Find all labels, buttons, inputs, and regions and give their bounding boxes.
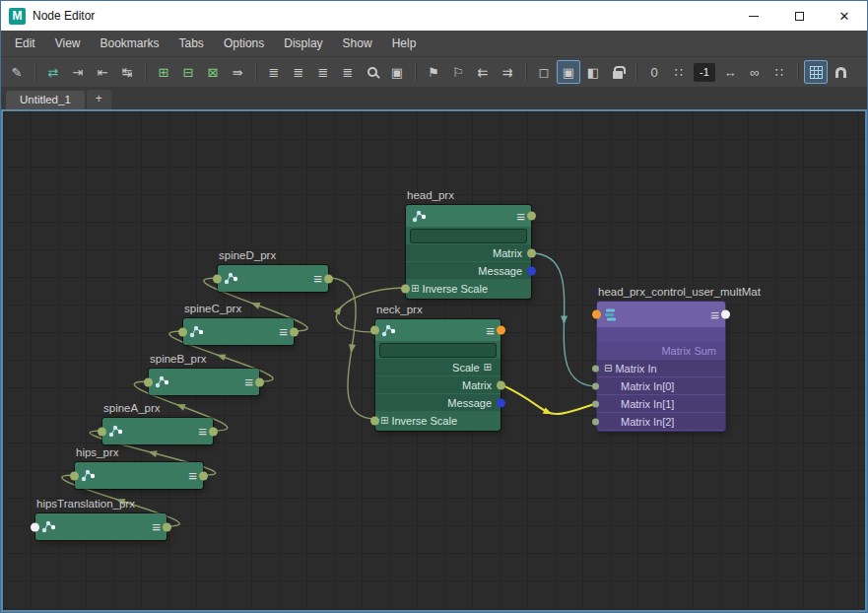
node-header[interactable]: ≡	[597, 302, 725, 327]
node-header[interactable]: ≡	[183, 318, 294, 345]
attr-row-matrix-in-1-[interactable]: Matrix In[1]	[597, 395, 725, 412]
tab-untitled-1[interactable]: Untitled_1	[6, 91, 85, 109]
node-menu-icon[interactable]: ≡	[516, 209, 525, 224]
close-button[interactable]: ✕	[822, 1, 867, 31]
collapse-icon[interactable]: ⊟	[604, 364, 612, 374]
layout-horizontal-button[interactable]: ≣	[262, 60, 286, 84]
select-downstream-button[interactable]: ⇉	[496, 60, 519, 84]
attr-row-matrix[interactable]: Matrix	[406, 244, 531, 261]
wire-neck-matrix-to-multMat-in1[interactable]	[501, 384, 597, 414]
grid-toggle-button[interactable]	[804, 60, 828, 84]
expand-stream-button[interactable]: ↔	[718, 60, 742, 84]
sync-graph-button[interactable]: ⇄	[41, 60, 65, 84]
node-menu-icon[interactable]: ≡	[279, 324, 288, 339]
attr-row-matrix-in-2-[interactable]: Matrix In[2]	[597, 413, 725, 430]
menu-bookmarks[interactable]: Bookmarks	[90, 33, 168, 54]
node-header[interactable]: ≡	[149, 369, 259, 395]
node-menu-icon[interactable]: ≡	[198, 424, 207, 439]
port-blue-right[interactable]	[527, 266, 536, 275]
attr-row-message[interactable]: Message	[375, 394, 501, 411]
port-blue-right[interactable]	[497, 398, 505, 407]
node-header[interactable]: ≡	[75, 462, 203, 489]
align-right-button[interactable]: ≣	[336, 60, 360, 84]
graph-selected-button[interactable]: ⇛	[226, 60, 249, 84]
port-white-right[interactable]	[721, 310, 730, 319]
port-green-right[interactable]	[324, 274, 333, 283]
port-green-left[interactable]	[98, 427, 106, 436]
node-header[interactable]: ≡	[406, 205, 531, 227]
pin-selected-button[interactable]: ⚑	[422, 60, 445, 84]
node-head_prx_control_user_multMat[interactable]: head_prx_control_user_multMat≡Matrix Sum…	[597, 302, 725, 431]
port-green-right[interactable]	[255, 377, 264, 386]
port-gray-left[interactable]	[592, 400, 599, 407]
node-neck_prx[interactable]: neck_prx≡Scale⊞MatrixMessage⊞Inverse Sca…	[375, 319, 501, 431]
port-green-right[interactable]	[527, 212, 536, 221]
attr-row-message[interactable]: Message	[406, 262, 531, 279]
port-white-left[interactable]	[31, 522, 39, 531]
node-name-field[interactable]	[410, 229, 527, 243]
menu-show[interactable]: Show	[333, 33, 382, 54]
port-gray-left[interactable]	[592, 418, 599, 425]
output-connections-button[interactable]: ⇤	[91, 60, 114, 84]
add-selected-to-graph-button[interactable]: ⊞	[152, 60, 175, 84]
node-menu-icon[interactable]: ≡	[486, 323, 495, 338]
node-header[interactable]: ≡	[35, 513, 167, 540]
attr-row-matrix-in[interactable]: ⊟Matrix In	[597, 360, 725, 376]
new-tab-button[interactable]: +	[87, 90, 111, 109]
attr-row-matrix[interactable]: Matrix	[375, 376, 501, 393]
port-green-left[interactable]	[178, 327, 187, 336]
menu-options[interactable]: Options	[214, 33, 274, 54]
node-name-field[interactable]	[379, 343, 497, 358]
port-style-button[interactable]: ∷	[667, 60, 691, 84]
attr-row-inverse-scale[interactable]: ⊞Inverse Scale	[375, 411, 501, 430]
remove-selected-from-graph-button[interactable]: ⊟	[176, 60, 200, 84]
node-spineB_prx[interactable]: spineB_prx≡	[149, 369, 259, 395]
port-green-left[interactable]	[370, 326, 379, 335]
expand-icon[interactable]: ⊞	[411, 284, 419, 294]
port-green-right[interactable]	[209, 427, 218, 436]
unpin-all-button[interactable]: ⚐	[446, 60, 470, 84]
spacer-row[interactable]	[597, 327, 725, 341]
display-simple-mode-button[interactable]: ◻	[532, 60, 556, 84]
menu-edit[interactable]: Edit	[5, 33, 45, 54]
io-connections-button[interactable]: ↹	[115, 60, 139, 84]
port-gray-left[interactable]	[592, 365, 599, 372]
hide-unconnected-button[interactable]: 0	[642, 60, 666, 84]
search-button[interactable]	[361, 60, 384, 84]
port-orange-left[interactable]	[592, 310, 601, 319]
attr-row-inverse-scale[interactable]: ⊞Inverse Scale	[406, 279, 531, 298]
node-spineA_prx[interactable]: spineA_prx≡	[102, 418, 213, 444]
create-node-button[interactable]: ✎	[5, 60, 29, 84]
port-green-right[interactable]	[497, 380, 505, 389]
node-hipsTranslation_prx[interactable]: hipsTranslation_prx≡	[35, 513, 167, 540]
display-full-mode-button[interactable]: ◧	[581, 60, 605, 84]
display-connected-mode-button[interactable]: ▣	[557, 60, 580, 84]
node-hips_prx[interactable]: hips_prx≡	[75, 462, 203, 489]
select-upstream-button[interactable]: ⇇	[471, 60, 495, 84]
node-head_prx[interactable]: head_prx≡MatrixMessage⊞Inverse Scale	[406, 205, 531, 299]
expand-icon[interactable]: ⊞	[380, 416, 388, 426]
node-spineC_prx[interactable]: spineC_prx≡	[183, 318, 294, 345]
node-header[interactable]: ≡	[218, 265, 328, 292]
menu-display[interactable]: Display	[274, 33, 332, 54]
menu-tabs[interactable]: Tabs	[169, 33, 214, 54]
align-left-button[interactable]: ≣	[311, 60, 335, 84]
expand-icon[interactable]: ⊞	[484, 363, 492, 373]
clear-graph-button[interactable]: ⊠	[201, 60, 225, 84]
node-graph-canvas[interactable]: head_prx≡MatrixMessage⊞Inverse Scaleneck…	[1, 109, 867, 612]
attr-row-matrix-sum[interactable]: Matrix Sum	[597, 342, 725, 359]
snap-to-grid-button[interactable]	[829, 60, 852, 84]
input-connections-button[interactable]: ⇥	[66, 60, 90, 84]
frame-all-button[interactable]: ▣	[385, 60, 409, 84]
port-orange-right[interactable]	[497, 326, 505, 335]
port-green-right[interactable]	[163, 522, 171, 531]
port-green-left[interactable]	[401, 284, 410, 293]
node-menu-icon[interactable]: ≡	[313, 271, 322, 286]
node-header[interactable]: ≡	[102, 418, 213, 444]
port-green-right[interactable]	[290, 327, 299, 336]
port-green-right[interactable]	[199, 471, 208, 480]
node-header[interactable]: ≡	[375, 319, 501, 341]
maximize-button[interactable]	[776, 1, 822, 31]
traversal-depth-badge[interactable]: -1	[694, 63, 715, 82]
node-menu-icon[interactable]: ≡	[188, 468, 197, 483]
